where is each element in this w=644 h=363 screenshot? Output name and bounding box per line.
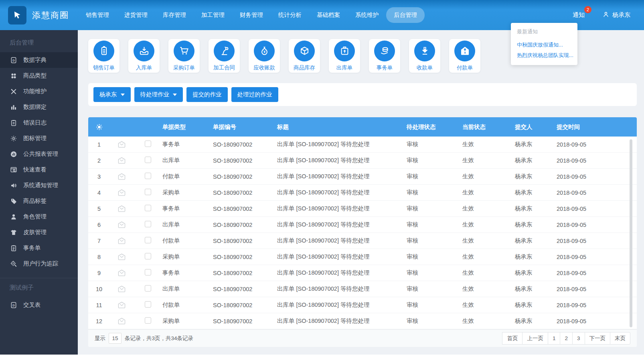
user-menu[interactable]: 杨承东 (602, 11, 630, 19)
sidebar-item[interactable]: 商品标签 (0, 193, 78, 209)
table-column-header[interactable]: 待处理状态 (407, 123, 462, 131)
row-checkbox[interactable] (145, 189, 151, 195)
nav-menu-item[interactable]: 库存管理 (155, 7, 194, 23)
table-row[interactable]: 11 付款单 SO-180907002 出库单 [SO-180907002] 等… (88, 297, 637, 313)
sidebar-item[interactable]: 快速查看 (0, 162, 78, 177)
row-checkbox[interactable] (145, 253, 151, 259)
sidebar-item[interactable]: 数据绑定 (0, 99, 78, 115)
table-column-header[interactable]: 提交时间 (557, 123, 637, 131)
brand-logo[interactable]: 添慧商圈 (8, 6, 78, 24)
table-column-header[interactable]: 单据编号 (213, 123, 277, 131)
processed-jobs-button[interactable]: 处理过的作业 (231, 87, 278, 102)
shortcut-card-label: 付款单 (457, 64, 473, 71)
table-row[interactable]: 9 事务单 SO-180907002 出库单 [SO-180907002] 等待… (88, 265, 637, 281)
sidebar-item[interactable]: 皮肤管理 (0, 224, 78, 240)
nav-menu-item[interactable]: 基础档案 (309, 7, 348, 23)
shortcut-card[interactable]: ¥ 应收账款 (249, 39, 280, 73)
submitted-jobs-button[interactable]: 提交的作业 (186, 87, 228, 102)
row-checkbox[interactable] (145, 221, 151, 227)
table-column-header[interactable]: 单据类型 (162, 123, 213, 131)
table-column-header[interactable]: 提交人 (515, 123, 557, 131)
mail-icon[interactable] (117, 317, 126, 325)
job-type-dropdown[interactable]: 待处理作业 (134, 87, 183, 102)
pagination-button[interactable]: 下一页 (585, 332, 611, 345)
notice-link[interactable]: 中秋国庆放假通知... (517, 41, 571, 49)
mail-icon[interactable] (117, 189, 126, 196)
page-size-input[interactable] (109, 333, 122, 344)
shortcut-card[interactable]: 入库单 (128, 39, 160, 73)
pagination-button[interactable]: 首页 (502, 332, 522, 345)
sidebar-item[interactable]: 用户行为追踪 (0, 256, 78, 271)
notice-link[interactable]: 热烈庆祝杨总团队实现... (517, 52, 571, 59)
mail-icon[interactable] (117, 285, 126, 293)
row-checkbox[interactable] (145, 205, 151, 211)
sidebar-item[interactable]: 功能维护 (0, 84, 78, 99)
mail-icon[interactable] (117, 141, 126, 148)
mail-icon[interactable] (117, 253, 126, 261)
cell-current-status: 生效 (462, 205, 515, 212)
shortcut-card[interactable]: 加工合同 (209, 39, 240, 73)
sidebar-item[interactable]: 商品类型 (0, 68, 78, 84)
user-filter-dropdown[interactable]: 杨承东 (93, 87, 131, 102)
mail-icon[interactable] (117, 237, 126, 245)
table-row[interactable]: 1 事务单 SO-180907002 出库单 [SO-180907002] 等待… (88, 137, 637, 153)
mail-icon[interactable] (117, 205, 126, 212)
table-scrollbar[interactable] (630, 139, 632, 327)
pagination-button[interactable]: 2 (560, 332, 573, 345)
nav-menu-item[interactable]: 财务管理 (232, 7, 271, 23)
sidebar-item[interactable]: 角色管理 (0, 209, 78, 224)
sidebar-item[interactable]: 公共报表管理 (0, 146, 78, 162)
mail-icon[interactable] (117, 221, 126, 228)
sidebar-item[interactable]: 事务单 (0, 240, 78, 256)
nav-menu-item[interactable]: 系统维护 (348, 7, 386, 23)
row-checkbox[interactable] (145, 237, 151, 243)
shortcut-card[interactable]: 销售订单 (88, 39, 119, 73)
shortcut-card[interactable]: 采购订单 (168, 39, 200, 73)
table-row[interactable]: 8 采购单 SO-180907002 出库单 [SO-180907002] 等待… (88, 249, 637, 265)
table-column-header[interactable]: 标题 (277, 123, 407, 131)
cell-doc-code: SO-180907002 (213, 206, 277, 212)
sidebar-item[interactable]: 错误日志 (0, 115, 78, 131)
sidebar-item[interactable]: 系统通知管理 (0, 177, 78, 193)
pagination-button[interactable]: 末页 (610, 332, 630, 345)
settings-icon[interactable] (95, 123, 103, 131)
sidebar-item[interactable]: D 数据字典 (0, 52, 78, 68)
shortcut-card[interactable]: 出库单 (329, 39, 360, 73)
mail-icon[interactable] (117, 157, 126, 164)
row-checkbox[interactable] (145, 157, 151, 163)
nav-menu-item[interactable]: 销售管理 (78, 7, 117, 23)
notification-button[interactable]: 通知 2 (573, 11, 585, 19)
pagination-button[interactable]: 3 (572, 332, 585, 345)
table-row[interactable]: 4 采购单 SO-180907002 出库单 [SO-180907002] 等待… (88, 185, 637, 201)
shortcut-card[interactable]: ¥ 付款单 (449, 39, 480, 73)
nav-menu-item[interactable]: 加工管理 (194, 7, 232, 23)
mail-icon[interactable] (117, 269, 126, 277)
table-row[interactable]: 7 付款单 SO-180907002 出库单 [SO-180907002] 等待… (88, 233, 637, 249)
sidebar-item[interactable]: D 交叉表 (0, 297, 78, 313)
table-row[interactable]: 12 采购单 SO-180907002 出库单 [SO-180907002] 等… (88, 313, 637, 329)
row-checkbox[interactable] (145, 285, 151, 292)
shortcut-card[interactable]: ¥ 收款单 (409, 39, 440, 73)
shortcut-card[interactable]: 事务单 (369, 39, 400, 73)
table-row[interactable]: 10 出库单 SO-180907002 出库单 [SO-180907002] 等… (88, 281, 637, 297)
mail-icon[interactable] (117, 173, 126, 180)
table-row[interactable]: 2 出库单 SO-180907002 出库单 [SO-180907002] 等待… (88, 153, 637, 169)
mail-icon[interactable] (117, 301, 126, 309)
table-row[interactable]: 5 事务单 SO-180907002 出库单 [SO-180907002] 等待… (88, 201, 637, 217)
row-checkbox[interactable] (145, 317, 151, 324)
row-checkbox[interactable] (145, 269, 151, 275)
nav-menu-item[interactable]: 统计分析 (271, 7, 309, 23)
nav-menu-item[interactable]: 进货管理 (117, 7, 155, 23)
row-checkbox[interactable] (145, 173, 151, 179)
row-checkbox[interactable] (145, 301, 151, 308)
table-row[interactable]: 3 付款单 SO-180907002 出库单 [SO-180907002] 等待… (88, 169, 637, 185)
row-checkbox[interactable] (145, 141, 151, 147)
nav-menu-item[interactable]: 后台管理 (386, 7, 425, 23)
shortcut-card[interactable]: 商品库存 (289, 39, 320, 73)
pagination-button[interactable]: 上一页 (522, 332, 548, 345)
pagination-button[interactable]: 1 (548, 332, 561, 345)
table-row[interactable]: 6 出库单 SO-180907002 出库单 [SO-180907002] 等待… (88, 217, 637, 233)
sidebar-item[interactable]: 图标管理 (0, 131, 78, 146)
cell-current-status: 生效 (462, 269, 515, 277)
table-column-header[interactable]: 当前状态 (462, 123, 515, 131)
